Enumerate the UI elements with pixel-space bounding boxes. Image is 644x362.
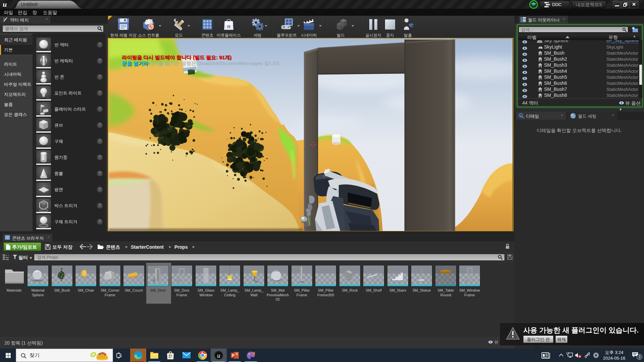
svg-text:u: u <box>227 23 230 29</box>
svg-text:u: u <box>3 1 7 8</box>
svg-text:i: i <box>521 114 522 117</box>
svg-text:u: u <box>217 352 220 359</box>
svg-text:P: P <box>232 353 234 358</box>
